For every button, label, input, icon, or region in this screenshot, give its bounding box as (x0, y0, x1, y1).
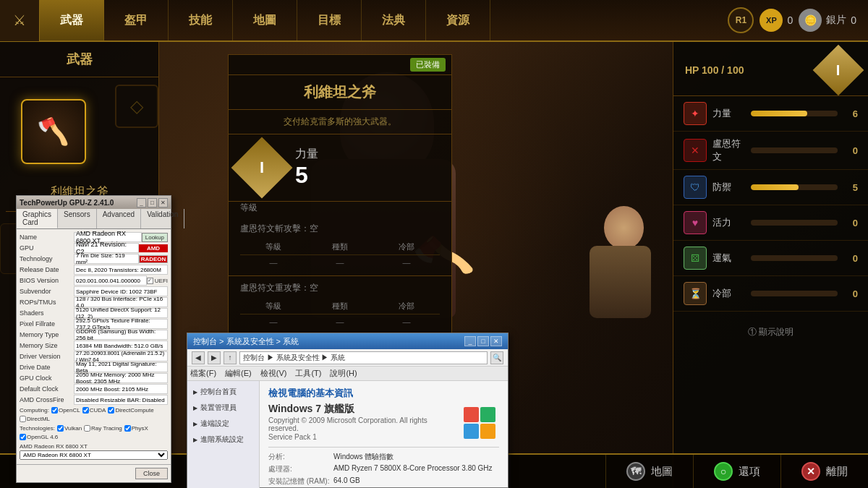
menu-file[interactable]: 檔案(F) (190, 368, 216, 379)
tab-weapons[interactable]: 武器 (40, 0, 104, 40)
gpuz-device-select[interactable]: AMD Radeon RX 6800 XT (20, 450, 168, 460)
directcompute-checkbox[interactable] (108, 407, 114, 414)
equipped-badge: 已裝備 (410, 58, 446, 72)
directml-checkbox[interactable] (20, 416, 26, 422)
sidebar-device-manager[interactable]: ▶ 裝置管理員 (187, 400, 259, 416)
stat-row-vitality: ♥ 活力 0 (673, 205, 868, 241)
sysinfo-maximize[interactable]: □ (477, 336, 489, 346)
physx-checkbox[interactable] (124, 425, 131, 432)
leave-button[interactable]: ✕ 離開 (780, 455, 868, 488)
luck-value: 0 (843, 253, 858, 264)
map-button[interactable]: 🗺 地圖 (605, 455, 693, 488)
menu-edit[interactable]: 編輯(E) (225, 368, 252, 379)
uefi-checkbox[interactable]: ✓ (147, 278, 153, 284)
menu-help[interactable]: 說明(H) (330, 368, 357, 379)
windows-service-pack: Service Pack 1 (268, 433, 448, 441)
addr-forward-btn[interactable]: ▶ (208, 351, 221, 364)
address-path[interactable]: 控制台 ▶ 系統及安全性 ▶ 系統 (239, 351, 488, 364)
weapon-level-diamond: I (231, 137, 293, 199)
weapon-slot-axe[interactable]: 🪓 (21, 99, 86, 164)
raytracing-checkbox[interactable] (84, 425, 90, 432)
opengl-checkbox[interactable] (20, 434, 26, 440)
addr-back-btn[interactable]: ◀ (192, 351, 205, 364)
opencl-checkbox[interactable] (51, 407, 58, 414)
enchant-attack-table: 等級 種類 冷部 — — — (240, 239, 440, 270)
tab-map[interactable]: 地圖 (233, 0, 297, 40)
tab-resources[interactable]: 資源 (426, 0, 490, 40)
gpuz-tab-graphics[interactable]: Graphics Card (17, 209, 58, 228)
gpuz-close[interactable]: ✕ (158, 198, 168, 207)
tab-skills[interactable]: 技能 (169, 0, 233, 40)
stat-row-luck: ⚄ 運氣 0 (673, 241, 868, 276)
weapon-slot-row-top: 🪓 ◇ (0, 85, 158, 179)
gpuz-value-release: Dec 8, 2020 Transistors: 26800M (74, 265, 168, 275)
xp-value: 0 (787, 14, 793, 26)
menu-tools[interactable]: 工具(T) (295, 368, 321, 379)
enchant-section-attack: 盧恩符文斬攻擊：空 等級 種類 冷部 — — — (229, 217, 451, 276)
addr-search-btn[interactable]: 🔍 (490, 351, 503, 364)
home-button[interactable]: ⚔ (0, 0, 40, 41)
nav-right-area: R1 XP 0 🪙 銀片 0 (728, 7, 868, 33)
col-type-2: 種類 (307, 299, 373, 314)
gpuz-controls: _ □ ✕ (137, 198, 168, 207)
gpuz-maximize[interactable]: □ (148, 198, 157, 207)
tab-codex[interactable]: 法典 (362, 0, 426, 40)
technologies-label: Technologies: (20, 425, 55, 432)
atreus-body (590, 246, 651, 318)
vulkan-checkbox[interactable] (57, 425, 64, 432)
level-value: I (836, 62, 841, 79)
menu-view[interactable]: 檢視(V) (260, 368, 287, 379)
gpuz-label-crossfire: AMD CrossFire (20, 396, 74, 403)
gpuz-tab-sensors[interactable]: Sensors (58, 209, 97, 228)
return-button[interactable]: ○ 還項 (693, 455, 780, 488)
gpuz-computing-row: Computing: OpenCL CUDA DirectCompute Dir… (20, 406, 168, 424)
col-level: 等級 (240, 239, 307, 255)
gpuz-amd-logo: AMD (139, 244, 168, 252)
tab-objectives[interactable]: 目標 (297, 0, 362, 40)
sysinfo-addressbar: ◀ ▶ ↑ 控制台 ▶ 系統及安全性 ▶ 系統 🔍 (187, 349, 508, 367)
nav-r1-button[interactable]: R1 (728, 7, 754, 33)
leave-icon: ✕ (801, 462, 820, 481)
addr-up-btn[interactable]: ↑ (224, 351, 237, 364)
gpuz-row-memtype: Memory Type GDDR6 (Samsung) Bus Width: 2… (20, 330, 168, 340)
vulkan-label: Vulkan (57, 425, 82, 432)
vitality-bar (751, 220, 838, 226)
strength-value: 6 (843, 108, 858, 119)
gpuz-value-drivedate: May 11, 2021 Digital Signature: Beta (74, 362, 168, 372)
enchant-heavy-table: 等級 種類 冷部 — — — (240, 299, 440, 329)
cuda-checkbox[interactable] (82, 407, 89, 414)
sysinfo-sidebar: ▶ 控制台首頁 ▶ 裝置管理員 ▶ 遠端設定 ▶ 進階系統設定 (187, 381, 260, 488)
stat-row-cooldown: ⏳ 冷部 0 (673, 276, 868, 312)
sysinfo-minimize[interactable]: _ (464, 336, 476, 346)
weapon-detail-panel: 已裝備 利維坦之斧 交付給克雷多斯的強大武器。 I 力量 5 等級 盧恩符文斬攻… (228, 54, 452, 336)
gpuz-tab-advanced[interactable]: Advanced (97, 209, 141, 228)
gpuz-titlebar: TechPowerUp GPU-Z 2.41.0 _ □ ✕ (17, 196, 171, 209)
sidebar-item-3: 遠端設定 (200, 419, 229, 429)
gpuz-minimize[interactable]: _ (137, 198, 146, 207)
gpuz-lookup-btn[interactable]: Lookup (142, 233, 168, 242)
sidebar-advanced-settings[interactable]: ▶ 進階系統設定 (187, 432, 259, 448)
defense-bar (751, 184, 838, 190)
top-navigation: ⚔ 武器 盔甲 技能 地圖 目標 法典 資源 R1 XP 0 (0, 0, 868, 42)
windows-logo-grid (464, 407, 495, 439)
gpuz-value-subvendor: Sapphire Device ID: 1002 73BF (74, 286, 168, 296)
gpuz-row-subvendor: Subvendor Sapphire Device ID: 1002 73BF (20, 286, 168, 296)
tab-map-label: 地圖 (253, 13, 276, 28)
tab-armor[interactable]: 盔甲 (104, 0, 169, 40)
stat-rune-label: 盧恩符文 (712, 137, 745, 163)
sidebar-remote-settings[interactable]: ▶ 遠端設定 (187, 416, 259, 432)
tab-objectives-label: 目標 (318, 13, 341, 28)
rune-symbol: ✕ (691, 145, 699, 156)
gpuz-value-shaders: 5120 Unified DirectX Support: 12 (12_2) (74, 308, 168, 318)
luck-bar (751, 255, 838, 261)
gpuz-close-button[interactable]: Close (135, 468, 168, 479)
gpuz-row-defaultclock: Default Clock 2000 MHz Boost: 2105 MHz (20, 384, 168, 394)
axe-icon: 🪓 (37, 116, 69, 147)
gpuz-value-bios: 020.001.000.041.000000 (74, 275, 147, 286)
gpuz-tab-validation[interactable]: Validation (141, 209, 184, 228)
defense-symbol: 🛡 (690, 181, 700, 193)
sysinfo-close[interactable]: ✕ (490, 336, 502, 346)
sidebar-control-panel[interactable]: ▶ 控制台首頁 (187, 384, 259, 400)
gpuz-value-crossfire: Disabled Resizable BAR: Disabled (74, 395, 168, 405)
gpuz-label-pixelfill: Pixel Fillrate (20, 320, 74, 328)
